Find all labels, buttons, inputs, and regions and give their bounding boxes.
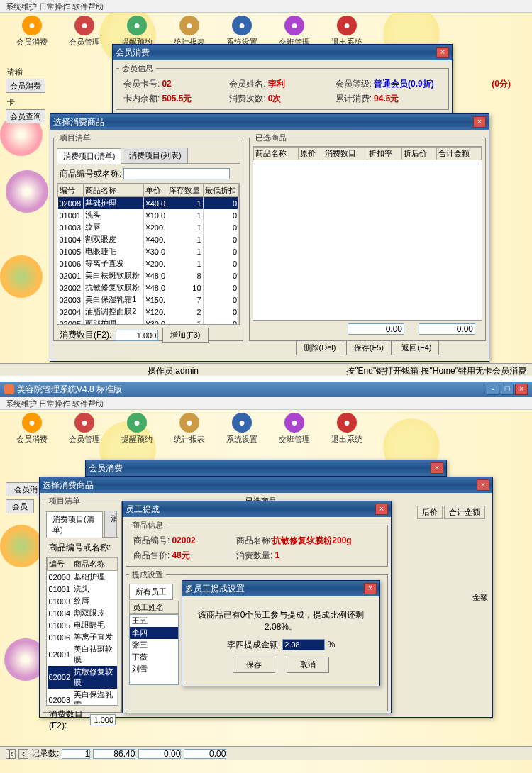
close-icon[interactable]: × xyxy=(375,504,388,515)
maximize-icon[interactable]: □ xyxy=(501,384,514,395)
toolbar-icon: ● xyxy=(22,413,42,433)
close-icon[interactable]: × xyxy=(515,384,528,395)
toolbar-交班管理[interactable]: ●交班管理 xyxy=(270,411,319,446)
col-header[interactable]: 合计金额 xyxy=(437,148,482,160)
select-win-titlebar[interactable]: 选择消费商品 × xyxy=(40,477,492,493)
multi-dlg-titlebar[interactable]: 多员工提成设置 × xyxy=(182,581,379,596)
table-row[interactable]: 01001洗头 xyxy=(48,583,118,595)
close-icon[interactable]: × xyxy=(431,462,443,474)
col-header[interactable]: 编号 xyxy=(58,184,84,197)
app-titlebar[interactable]: 美容院管理系统V4.8 标准版 - □ × xyxy=(0,382,532,397)
menu-bar[interactable]: 系统维护 日常操作 软件帮助 xyxy=(0,397,532,410)
close-icon[interactable]: × xyxy=(436,47,449,58)
col-header[interactable]: 商品名称 xyxy=(84,184,143,197)
tab-list[interactable]: 消费项目(清单) xyxy=(46,511,103,538)
table-row[interactable]: 01004割双眼皮¥400.10 xyxy=(58,233,239,245)
toolbar-会员消费[interactable]: ●会员消费 xyxy=(7,411,57,446)
col-header[interactable]: 折后价 xyxy=(402,148,437,160)
toolbar-统计报表[interactable]: ●统计报表 xyxy=(165,411,214,446)
toolbar-提醒预约[interactable]: ●提醒预约 xyxy=(112,411,162,446)
table-row[interactable]: 01005电眼睫毛¥30.010 xyxy=(58,245,239,257)
toolbar-退出系统[interactable]: ●退出系统 xyxy=(322,411,372,446)
tab-grid[interactable]: 消费项目(列表) xyxy=(123,148,187,163)
select-win-title: 选择消费商品 xyxy=(53,116,104,128)
table-row[interactable]: 02001美白祛斑软膜 xyxy=(48,643,118,666)
toolbar-label: 系统设置 xyxy=(226,434,257,445)
sidebar-btn-query[interactable]: 会员查询 xyxy=(6,109,45,123)
delete-button[interactable]: 删除(Del) xyxy=(296,340,344,355)
table-row[interactable]: 01006等离子直发 xyxy=(48,631,118,643)
emp-item[interactable]: 刘雪 xyxy=(130,663,178,675)
toolbar-会员消费[interactable]: ●会员消费 xyxy=(7,14,57,49)
prod-qty-value: 1 xyxy=(275,550,279,560)
table-row[interactable]: 01004割双眼皮 xyxy=(48,607,118,619)
close-icon[interactable]: × xyxy=(477,479,489,491)
col-header[interactable]: 库存数量 xyxy=(167,184,203,197)
table-row[interactable]: 02008基础护理 xyxy=(48,571,118,584)
save-button[interactable]: 保存 xyxy=(233,657,275,673)
first-record-icon[interactable]: |‹ xyxy=(6,749,16,759)
balance-value: 505.5元 xyxy=(162,94,192,104)
emp-item[interactable]: 丁薇 xyxy=(130,651,178,663)
add-button[interactable]: 增加(F3) xyxy=(162,328,208,343)
select-win-titlebar[interactable]: 选择消费商品 × xyxy=(50,114,489,130)
table-row[interactable]: 01001洗头¥10.010 xyxy=(58,209,239,221)
col-header[interactable]: 最低折扣 xyxy=(203,184,238,197)
tab-grid[interactable]: 消 xyxy=(104,511,117,537)
col-header[interactable]: 原价 xyxy=(298,148,323,160)
emp-item[interactable]: 张三 xyxy=(130,639,178,651)
table-row[interactable]: 02002抗敏修复软膜 xyxy=(48,666,118,689)
col-header[interactable]: 单价 xyxy=(143,184,167,197)
card-label: 卡 xyxy=(6,96,47,109)
product-info-legend: 商品信息 xyxy=(129,520,166,530)
all-emp-tab[interactable]: 所有员工 xyxy=(129,584,173,600)
toolbar-会员管理[interactable]: ●会员管理 xyxy=(60,14,109,49)
return-button[interactable]: 返回(F4) xyxy=(394,340,439,355)
table-row[interactable]: 02001美白祛斑软膜粉¥48.080 xyxy=(58,269,239,282)
table-row[interactable]: 02005面部护理¥30.010 xyxy=(58,318,239,325)
sidebar-btn-consume[interactable]: 会员消费 xyxy=(6,79,45,93)
col-header[interactable]: 折扣率 xyxy=(367,148,402,160)
table-row[interactable]: 02003美白保湿乳霜 xyxy=(48,689,118,706)
table-row[interactable]: 02002抗敏修复软膜粉¥48.0100 xyxy=(58,282,239,294)
qty-input[interactable] xyxy=(116,330,158,341)
consume-win-titlebar[interactable]: 会员消费 × xyxy=(86,460,446,476)
table-row[interactable]: 02004油脂调控面膜2¥120.20 xyxy=(58,306,239,318)
emp-item[interactable]: 王五 xyxy=(130,615,178,627)
minimize-icon[interactable]: - xyxy=(487,384,499,395)
table-row[interactable]: 01005电眼睫毛 xyxy=(48,619,118,631)
cancel-button[interactable]: 取消 xyxy=(287,657,329,673)
table-row[interactable]: 01003纹唇 xyxy=(48,595,118,607)
col-header[interactable]: 编号 xyxy=(48,558,72,571)
col-header[interactable]: 商品名称 xyxy=(254,148,299,160)
qty-label: 消费数目(F2): xyxy=(49,708,86,730)
table-row[interactable]: 02003美白保湿乳霜1¥150.70 xyxy=(58,294,239,306)
employee-list[interactable]: 王五李四张三丁薇刘雪 xyxy=(129,614,179,685)
table-row[interactable]: 02008基础护理¥40.010 xyxy=(58,197,239,210)
close-icon[interactable]: × xyxy=(364,583,377,594)
toolbar-系统设置[interactable]: ●系统设置 xyxy=(217,411,267,446)
col-header[interactable]: 消费数目 xyxy=(323,148,367,160)
qty-input[interactable] xyxy=(90,714,116,725)
table-row[interactable]: 01003纹唇¥200.10 xyxy=(58,221,239,233)
tab-list[interactable]: 消费项目(清单) xyxy=(57,148,121,164)
search-input[interactable] xyxy=(123,168,230,179)
save-button[interactable]: 保存(F5) xyxy=(346,340,392,355)
emp-item[interactable]: 李四 xyxy=(130,627,178,639)
selected-table[interactable]: 商品名称原价消费数目折扣率折后价合计金额 xyxy=(253,147,482,160)
product-table[interactable]: 编号商品名称单价库存数量最低折扣02008基础护理¥40.01001001洗头¥… xyxy=(57,184,239,325)
toolbar-label: 会员消费 xyxy=(16,434,48,445)
col-header[interactable]: 商品名称 xyxy=(72,558,118,571)
consume-win-titlebar[interactable]: 会员消费 × xyxy=(113,45,452,60)
product-table[interactable]: 编号商品名称02008基础护理01001洗头01003纹唇01004割双眼皮01… xyxy=(47,557,118,706)
close-icon[interactable]: × xyxy=(473,116,486,128)
sidebar-btn-query[interactable]: 会员 xyxy=(6,499,34,513)
toolbar-icon: ● xyxy=(284,16,304,35)
commission-win-titlebar[interactable]: 员工提成 × xyxy=(123,501,391,517)
toolbar-icon: ● xyxy=(179,16,199,35)
prev-record-icon[interactable]: ‹ xyxy=(18,749,28,759)
table-row[interactable]: 01006等离子直发¥200.10 xyxy=(58,257,239,269)
toolbar-会员管理[interactable]: ●会员管理 xyxy=(60,411,109,446)
menu-bar[interactable]: 系统维护 日常操作 软件帮助 xyxy=(0,0,532,13)
commission-input[interactable] xyxy=(282,639,325,650)
